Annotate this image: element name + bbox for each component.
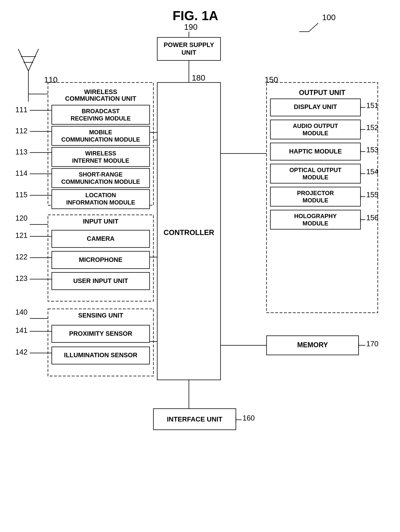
projector-label: PROJECTOR: [297, 190, 334, 196]
ref-113: 113: [15, 148, 27, 156]
ref-180: 180: [192, 73, 205, 82]
holography-label2: MODULE: [303, 220, 328, 227]
ref-151: 151: [366, 101, 378, 109]
wireless-internet-label2: INTERNET MODULE: [72, 157, 129, 164]
proximity-label: PROXIMITY SENSOR: [69, 330, 132, 337]
power-supply-label: POWER SUPPLY: [164, 41, 214, 48]
ref-121: 121: [15, 231, 27, 240]
ref-140: 140: [15, 308, 27, 316]
output-unit-label: OUTPUT UNIT: [299, 89, 345, 96]
optical-label: OPTICAL OUTPUT: [289, 167, 342, 173]
broadcast-label2: RECEIVING MODULE: [71, 115, 131, 122]
ref-142: 142: [15, 348, 27, 356]
ref-115: 115: [15, 191, 27, 199]
wireless-comm-label: WIRELESS: [84, 88, 117, 95]
ref-156: 156: [366, 214, 378, 222]
ref-122: 122: [15, 253, 27, 261]
ref-112: 112: [15, 127, 27, 135]
mobile-comm-label: MOBILE: [89, 129, 112, 136]
projector-label2: MODULE: [303, 197, 328, 204]
ref-160: 160: [243, 414, 255, 422]
sensing-unit-label: SENSING UNIT: [78, 312, 123, 319]
short-range-label2: COMMUNICATION MODULE: [61, 178, 140, 185]
ref-154: 154: [366, 168, 378, 176]
display-label: DISPLAY UNIT: [294, 103, 337, 110]
svg-line-0: [309, 23, 318, 32]
ref-155: 155: [366, 191, 378, 199]
ref-170: 170: [366, 340, 378, 348]
ref-152: 152: [366, 124, 378, 132]
short-range-label: SHORT-RANGE: [79, 171, 123, 178]
ref-123: 123: [15, 274, 27, 282]
wireless-internet-label: WIRELESS: [85, 150, 116, 157]
memory-label: MEMORY: [297, 341, 328, 349]
audio-label: AUDIO OUTPUT: [293, 123, 338, 129]
ref-190: 190: [184, 22, 198, 32]
fig-title: FIG. 1A: [173, 8, 218, 23]
ref-114: 114: [15, 169, 27, 177]
ref-100: 100: [322, 13, 336, 22]
illumination-label: ILLUMINATION SENSOR: [64, 351, 138, 359]
mobile-comm-label2: COMMUNICATION MODULE: [61, 136, 140, 143]
interface-label: INTERFACE UNIT: [167, 415, 222, 423]
svg-line-6: [28, 49, 38, 71]
location-label: LOCATION: [85, 192, 116, 199]
wireless-comm-label2: COMMUNICATION UNIT: [65, 95, 136, 102]
ref-141: 141: [15, 326, 27, 334]
controller-label: CONTROLLER: [163, 228, 214, 237]
ref-111: 111: [15, 106, 27, 114]
power-supply-label2: UNIT: [181, 49, 196, 56]
holography-label: HOLOGRAPHY: [294, 213, 337, 220]
broadcast-label: BROADCAST: [82, 108, 120, 114]
ref-120: 120: [15, 214, 27, 222]
location-label2: INFORMATION MODULE: [66, 199, 135, 206]
haptic-label: HAPTIC MODULE: [289, 148, 342, 155]
optical-label2: MODULE: [303, 174, 328, 181]
microphone-label: MICROPHONE: [79, 256, 122, 263]
audio-label2: MODULE: [303, 130, 328, 137]
camera-label: CAMERA: [87, 235, 115, 242]
svg-line-5: [18, 49, 28, 71]
ref-153: 153: [366, 146, 378, 154]
input-unit-label: INPUT UNIT: [83, 218, 118, 225]
user-input-label: USER INPUT UNIT: [73, 277, 128, 284]
